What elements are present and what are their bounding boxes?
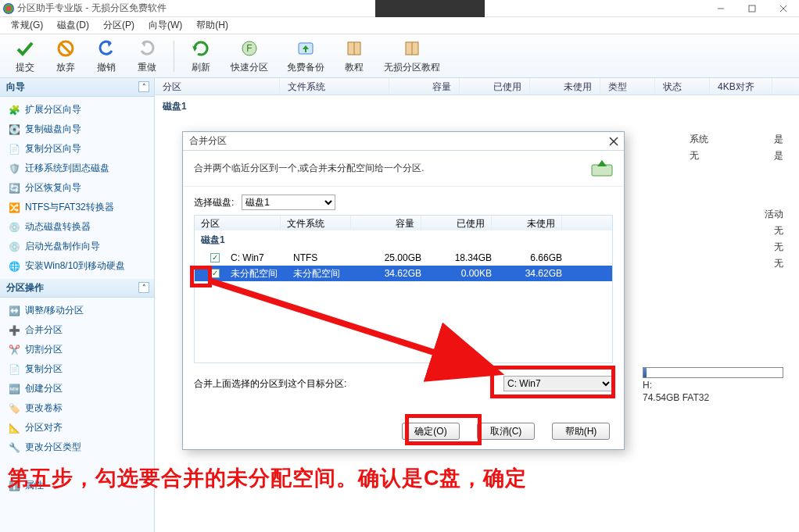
sidebar-item[interactable]: 🛡️迁移系统到固态磁盘: [0, 159, 154, 178]
tool-quick[interactable]: F快速分区: [223, 36, 276, 76]
sidebar-item[interactable]: 🔀NTFS与FAT32转换器: [0, 198, 154, 217]
svg-rect-19: [592, 165, 612, 176]
quick-icon: F: [238, 37, 260, 59]
tool-refresh[interactable]: 刷新: [182, 36, 220, 76]
svg-line-5: [61, 44, 70, 53]
sidebar-item[interactable]: 🌐安装Win8/10到移动硬盘: [0, 256, 154, 276]
book2-icon: [401, 37, 423, 59]
bottom-caption: 第五步，勾选要合并的未分配空间。确认是C盘，确定: [8, 464, 791, 492]
menu-general[interactable]: 常规(G): [5, 17, 49, 34]
window-controls: [705, 0, 799, 17]
op-icon: 🆕: [8, 383, 20, 395]
checkbox[interactable]: [210, 253, 220, 262]
dlg-grid-header: 分区 文件系统 容量 已使用 未使用: [194, 215, 613, 230]
minimize-button[interactable]: [705, 0, 736, 17]
svg-marker-8: [192, 46, 197, 52]
wizard-icon: 💿: [8, 221, 20, 234]
backup-icon: [295, 37, 317, 59]
op-icon: 🔧: [8, 441, 20, 454]
sidebar-item[interactable]: ➕合并分区: [0, 320, 154, 340]
sidebar-item[interactable]: 📄复制分区: [0, 359, 154, 379]
disk-row: 磁盘1: [195, 230, 612, 250]
sidebar-item[interactable]: 💿动态磁盘转换器: [0, 217, 154, 237]
merge-dialog: 合并分区 合并两个临近分区到一个,或合并未分配空间给一个分区. 选择磁盘: 磁盘…: [182, 131, 625, 450]
wizard-icon: 🌐: [8, 260, 20, 273]
row-cwin7[interactable]: C: Win7 NTFS 25.00GB 18.34GB 6.66GB: [195, 250, 612, 266]
maximize-button[interactable]: [736, 0, 768, 17]
col-cap[interactable]: 容量: [389, 78, 460, 95]
sidebar-item[interactable]: 📐分区对齐: [0, 418, 154, 437]
dialog-body: 选择磁盘: 磁盘1 分区 文件系统 容量 已使用 未使用 磁盘1 C: Win7…: [183, 187, 624, 391]
sidebar-item[interactable]: 🧩扩展分区向导: [0, 100, 154, 120]
tool-backup[interactable]: 免费备份: [279, 36, 332, 76]
sidebar-item[interactable]: 🏷️更改卷标: [0, 398, 154, 418]
dialog-close[interactable]: [607, 134, 621, 148]
annotation-box: [190, 266, 212, 287]
svg-text:F: F: [246, 43, 252, 54]
op-icon: ↔️: [8, 305, 20, 317]
close-button[interactable]: [768, 0, 799, 17]
help-button[interactable]: 帮助(H): [552, 423, 610, 440]
menu-partition[interactable]: 分区(P): [97, 17, 141, 34]
dark-strip: [375, 0, 485, 17]
usage-bar: [643, 367, 783, 378]
annotation-box: [405, 414, 482, 445]
sidebar-item[interactable]: 🔧更改分区类型: [0, 437, 154, 457]
bar-sub: 74.54GB FAT32: [643, 392, 783, 403]
wizard-icon: 🔀: [8, 202, 20, 214]
op-icon: 📄: [8, 363, 20, 376]
wizard-icon: 🧩: [8, 104, 20, 116]
op-icon: 🏷️: [8, 402, 20, 415]
col-unused[interactable]: 未使用: [530, 78, 600, 95]
sidebar-item[interactable]: ↔️调整/移动分区: [0, 301, 154, 320]
sidebar-item[interactable]: ✂️切割分区: [0, 340, 154, 359]
dialog-desc: 合并两个临近分区到一个,或合并未分配空间给一个分区.: [183, 151, 624, 187]
svg-rect-1: [749, 5, 755, 12]
col-partition[interactable]: 分区: [155, 78, 280, 95]
wizard-icon: 🛡️: [8, 162, 20, 175]
app-icon: [3, 3, 14, 14]
menu-disk[interactable]: 磁盘(D): [51, 17, 95, 34]
tool-discard[interactable]: 放弃: [47, 36, 84, 76]
col-type[interactable]: 类型: [600, 78, 655, 95]
commit-icon: [14, 37, 36, 59]
select-disk[interactable]: 磁盘1: [242, 195, 335, 210]
tool-commit[interactable]: 提交: [6, 36, 44, 76]
tool-lossless[interactable]: 无损分区教程: [376, 36, 448, 76]
tool-tutorial[interactable]: 教程: [335, 36, 373, 76]
menu-wizard[interactable]: 向导(W): [142, 17, 188, 34]
annotation-box: [490, 366, 615, 398]
titlebar: 分区助手专业版 - 无损分区免费软件: [0, 0, 799, 17]
wizard-icon: 📄: [8, 143, 20, 155]
sidebar-item[interactable]: 🔄分区恢复向导: [0, 178, 154, 198]
col-4kb[interactable]: 4KB对齐: [710, 78, 772, 95]
redo-icon: [136, 37, 158, 59]
toolbar: 提交 放弃 撤销 重做 刷新 F快速分区 免费备份 教程 无损分区教程: [0, 34, 799, 78]
op-icon: ✂️: [8, 344, 20, 356]
sidebar-item[interactable]: 💽复制磁盘向导: [0, 120, 154, 139]
row-unalloc[interactable]: 未分配空间 未分配空间 34.62GB 0.00KB 34.62GB: [195, 266, 612, 281]
app-title: 分区助手专业版 - 无损分区免费软件: [17, 2, 167, 15]
cancel-button[interactable]: 取消(C): [477, 423, 535, 440]
ops-panel-head[interactable]: 分区操作˄: [0, 279, 154, 298]
disk-title: 磁盘1: [155, 95, 799, 118]
usage-fill: [643, 368, 647, 377]
col-used[interactable]: 已使用: [460, 78, 530, 95]
sidebar-item[interactable]: 📄复制分区向导: [0, 139, 154, 159]
wizard-panel-head[interactable]: 向导˄: [0, 78, 154, 97]
tool-undo[interactable]: 撤销: [88, 36, 125, 76]
col-status[interactable]: 状态: [655, 78, 710, 95]
sidebar-item[interactable]: 💿启动光盘制作向导: [0, 237, 154, 256]
col-fs[interactable]: 文件系统: [280, 78, 389, 95]
wizard-icon: 💿: [8, 241, 20, 253]
menubar: 常规(G) 磁盘(D) 分区(P) 向导(W) 帮助(H): [0, 17, 799, 34]
tool-redo[interactable]: 重做: [128, 36, 166, 76]
dialog-title: 合并分区: [183, 132, 624, 151]
discard-icon: [55, 37, 77, 59]
chevron-up-icon: ˄: [138, 81, 149, 92]
sidebar-item[interactable]: 🆕创建分区: [0, 379, 154, 398]
wizard-icon: 🔄: [8, 182, 20, 195]
menu-help[interactable]: 帮助(H): [190, 17, 235, 34]
wizard-icon: 💽: [8, 123, 20, 136]
select-disk-row: 选择磁盘: 磁盘1: [194, 195, 613, 210]
